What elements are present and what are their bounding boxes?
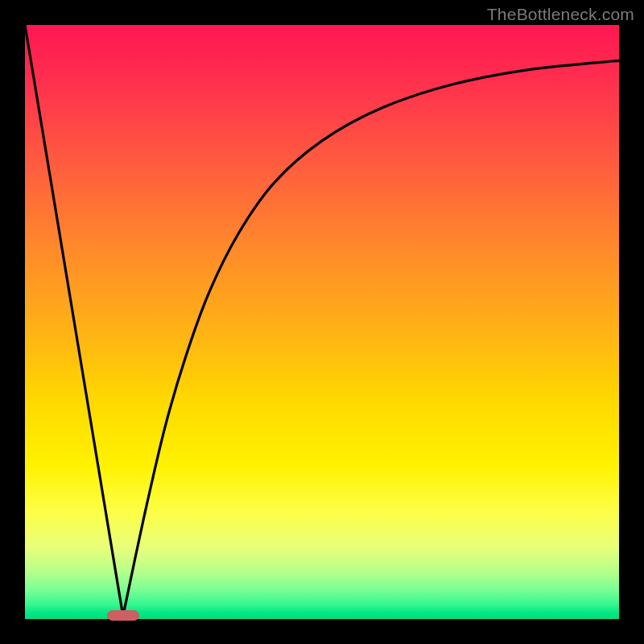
curve-layer <box>25 25 619 619</box>
minimum-marker <box>107 610 139 621</box>
chart-frame: TheBottleneck.com <box>0 0 644 644</box>
left-line-path <box>25 25 123 616</box>
right-curve-path <box>123 60 619 616</box>
watermark-text: TheBottleneck.com <box>487 5 634 24</box>
